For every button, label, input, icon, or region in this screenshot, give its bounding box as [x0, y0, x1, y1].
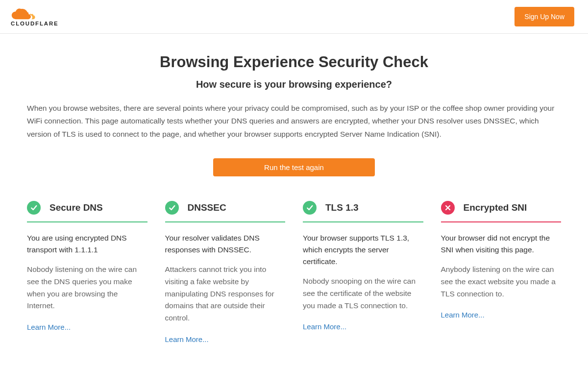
main-content: Browsing Experience Security Check How s…	[17, 34, 571, 344]
card-summary: Your resolver validates DNS responses wi…	[165, 232, 286, 256]
card-secure-dns: Secure DNS You are using encrypted DNS t…	[27, 201, 147, 344]
learn-more-link[interactable]: Learn More...	[27, 323, 71, 331]
check-icon	[303, 201, 317, 215]
card-detail: Nobody listening on the wire can see the…	[27, 264, 147, 312]
card-dnssec: DNSSEC Your resolver validates DNS respo…	[165, 201, 286, 344]
card-detail: Attackers cannot trick you into visiting…	[165, 264, 286, 324]
card-detail: Anybody listening on the wire can see th…	[441, 264, 562, 300]
divider	[27, 221, 147, 222]
learn-more-link[interactable]: Learn More...	[441, 311, 485, 319]
learn-more-link[interactable]: Learn More...	[303, 322, 346, 331]
divider	[441, 221, 562, 222]
card-summary: You are using encrypted DNS transport wi…	[27, 232, 147, 256]
learn-more-link[interactable]: Learn More...	[165, 335, 209, 343]
card-title: Secure DNS	[49, 202, 103, 213]
card-title: Encrypted SNI	[464, 202, 527, 213]
check-icon	[27, 201, 41, 215]
card-title: TLS 1.3	[325, 202, 359, 213]
page-intro: When you browse websites, there are seve…	[27, 102, 561, 141]
header: CLOUDFLARE Sign Up Now	[0, 0, 588, 34]
check-icon	[165, 201, 179, 215]
card-summary: Your browser did not encrypt the SNI whe…	[441, 232, 562, 256]
divider	[303, 221, 423, 222]
card-summary: Your browser supports TLS 1.3, which enc…	[303, 232, 423, 268]
cards-grid: Secure DNS You are using encrypted DNS t…	[27, 201, 561, 344]
page-title: Browsing Experience Security Check	[27, 53, 561, 71]
card-title: DNSSEC	[188, 202, 226, 213]
card-header: Encrypted SNI	[441, 201, 562, 215]
card-header: Secure DNS	[27, 201, 147, 215]
page-subtitle: How secure is your browsing experience?	[27, 79, 561, 90]
card-header: DNSSEC	[165, 201, 286, 215]
divider	[165, 221, 286, 222]
card-tls13: TLS 1.3 Your browser supports TLS 1.3, w…	[303, 201, 423, 344]
signup-button[interactable]: Sign Up Now	[514, 7, 574, 26]
card-encrypted-sni: Encrypted SNI Your browser did not encry…	[441, 201, 562, 344]
run-test-button[interactable]: Run the test again	[213, 158, 375, 176]
card-header: TLS 1.3	[303, 201, 423, 215]
x-icon	[441, 201, 455, 215]
cloudflare-logo[interactable]: CLOUDFLARE	[11, 7, 76, 26]
cloudflare-logo-icon: CLOUDFLARE	[11, 7, 76, 26]
svg-text:CLOUDFLARE: CLOUDFLARE	[11, 21, 59, 26]
card-detail: Nobody snooping on the wire can see the …	[303, 275, 423, 312]
